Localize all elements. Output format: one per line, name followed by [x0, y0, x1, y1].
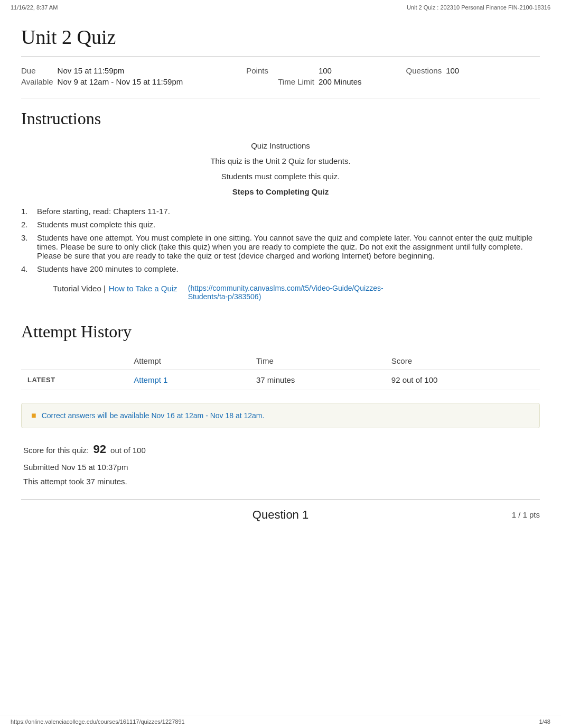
tutorial-link[interactable]: How to Take a Quiz — [109, 284, 177, 293]
page-url: https://online.valenciacollege.edu/cours… — [11, 718, 185, 725]
questions-value: 100 — [446, 65, 472, 76]
datetime-label: 11/16/22, 8:37 AM — [11, 4, 58, 11]
points-value: 100 — [319, 65, 375, 76]
list-item: 4. Students have 200 minutes to complete… — [21, 264, 540, 273]
latest-badge: LATEST — [21, 370, 127, 390]
table-row: LATEST Attempt 1 37 minutes 92 out of 10… — [21, 370, 540, 390]
meta-row-2: Available Nov 9 at 12am - Nov 15 at 11:5… — [21, 76, 472, 87]
step-num: 1. — [21, 207, 37, 216]
attempt-table: Attempt Time Score LATEST Attempt 1 37 m… — [21, 352, 540, 390]
notice-icon: ■ — [31, 411, 36, 420]
list-item: 1. Before starting, read: Chapters 11-17… — [21, 207, 540, 216]
list-item: 2. Students must complete this quiz. — [21, 220, 540, 229]
col-header-badge — [21, 352, 127, 370]
attempt-score: 92 out of 100 — [385, 370, 540, 390]
notice-text: Correct answers will be available Nov 16… — [42, 411, 265, 420]
intro2: Students must complete this quiz. — [21, 172, 540, 181]
attempt-link[interactable]: Attempt 1 — [134, 375, 167, 384]
points-label: Points — [214, 65, 319, 76]
question-pts: 1 / 1 pts — [476, 510, 540, 519]
top-bar: 11/16/22, 8:37 AM Unit 2 Quiz : 202310 P… — [0, 0, 561, 15]
col-header-attempt: Attempt — [127, 352, 250, 370]
step-num: 4. — [21, 264, 37, 273]
question-header: Question 1 1 / 1 pts — [21, 499, 540, 527]
step-text: Before starting, read: Chapters 11-17. — [37, 207, 540, 216]
due-value: Nov 15 at 11:59pm — [58, 65, 215, 76]
tutorial-url[interactable]: (https://community.canvaslms.com/t5/Vide… — [188, 284, 410, 301]
steps-title: Steps to Completing Quiz — [21, 187, 540, 196]
due-label: Due — [21, 65, 58, 76]
timelimit-label: Time Limit — [214, 76, 319, 87]
steps-list: 1. Before starting, read: Chapters 11-17… — [21, 207, 540, 273]
table-header-row: Attempt Time Score — [21, 352, 540, 370]
notice-box: ■ Correct answers will be available Nov … — [21, 403, 540, 428]
bottom-bar: https://online.valenciacollege.edu/cours… — [0, 715, 561, 728]
page-content: Unit 2 Quiz Due Nov 15 at 11:59pm Points… — [0, 15, 561, 548]
tutorial-label: Tutorial Video | — [53, 284, 106, 293]
col-header-time: Time — [250, 352, 385, 370]
step-num: 2. — [21, 220, 37, 229]
score-number: 92 — [93, 443, 106, 456]
timelimit-value: 200 Minutes — [319, 76, 375, 87]
score-out-of: out of 100 — [110, 446, 146, 455]
meta-info: Due Nov 15 at 11:59pm Points 100 Questio… — [21, 65, 472, 87]
step-text: Students have one attempt. You must comp… — [37, 233, 540, 260]
score-line: Score for this quiz: 92 out of 100 — [23, 439, 540, 460]
col-header-score: Score — [385, 352, 540, 370]
meta-row-1: Due Nov 15 at 11:59pm Points 100 Questio… — [21, 65, 472, 76]
intro1: This quiz is the Unit 2 Quiz for student… — [21, 156, 540, 165]
step-num: 3. — [21, 233, 37, 242]
available-label: Available — [21, 76, 58, 87]
score-label: Score for this quiz: — [23, 446, 89, 455]
step-text: Students must complete this quiz. — [37, 220, 540, 229]
attempt-link-cell: Attempt 1 — [127, 370, 250, 390]
window-title: Unit 2 Quiz : 202310 Personal Finance FI… — [407, 4, 550, 11]
list-item: 3. Students have one attempt. You must c… — [21, 233, 540, 260]
available-value: Nov 9 at 12am - Nov 15 at 11:59pm — [58, 76, 215, 87]
page-title: Unit 2 Quiz — [21, 20, 540, 57]
tutorial-separator — [182, 284, 184, 293]
took-line: This attempt took 37 minutes. — [23, 474, 540, 489]
quiz-instructions-heading: Quiz Instructions — [21, 141, 540, 150]
score-section: Score for this quiz: 92 out of 100 Submi… — [21, 439, 540, 489]
attempt-history-heading: Attempt History — [21, 317, 540, 342]
divider-meta — [21, 98, 540, 98]
instructions-body: Quiz Instructions This quiz is the Unit … — [21, 141, 540, 196]
step-text: Students have 200 minutes to complete. — [37, 264, 540, 273]
attempt-time: 37 minutes — [250, 370, 385, 390]
question-title: Question 1 — [85, 508, 476, 522]
pagination: 1/48 — [539, 718, 550, 725]
tutorial-row: Tutorial Video | How to Take a Quiz (htt… — [21, 284, 540, 301]
questions-label: Questions — [375, 65, 446, 76]
instructions-heading: Instructions — [21, 109, 540, 128]
submitted-line: Submitted Nov 15 at 10:37pm — [23, 460, 540, 474]
